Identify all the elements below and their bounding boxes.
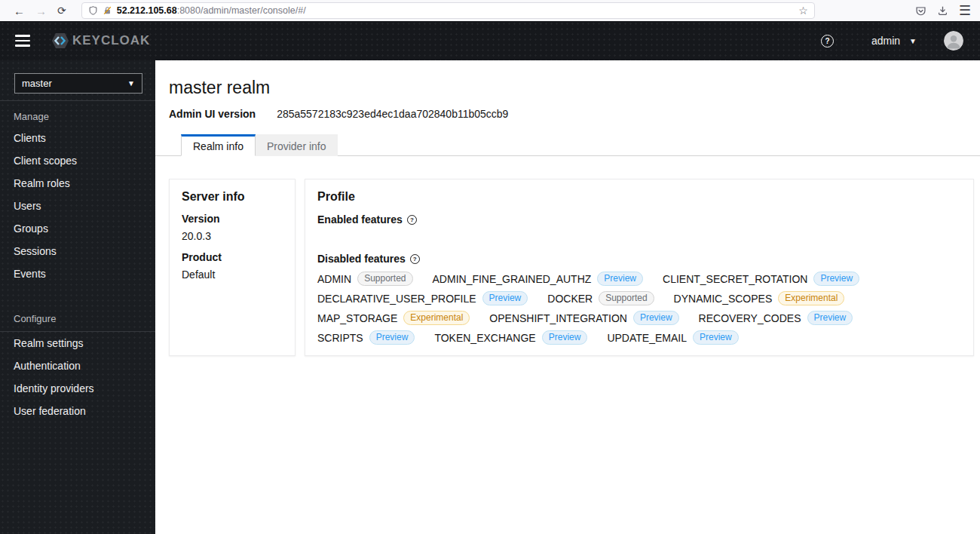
- server-info-fields: Version20.0.3ProductDefault: [182, 213, 283, 281]
- page-title: master realm: [169, 78, 980, 98]
- chevron-down-icon: ▼: [909, 37, 917, 45]
- sidebar-item-events[interactable]: Events: [0, 262, 155, 285]
- feature-name: MAP_STORAGE: [317, 312, 397, 324]
- sidebar-nav: ManageClientsClient scopesRealm rolesUse…: [0, 101, 155, 422]
- avatar[interactable]: [944, 31, 963, 51]
- feature-badge-preview: Preview: [542, 330, 588, 345]
- feature-name: DECLARATIVE_USER_PROFILE: [317, 293, 476, 305]
- profile-card: Profile Enabled features ? Disabled feat…: [305, 179, 974, 356]
- browser-toolbar: ← → ⟳ 52.212.105.68:8080/admin/master/co…: [0, 0, 980, 21]
- profile-title: Profile: [317, 190, 961, 204]
- feature-badge-preview: Preview: [693, 330, 739, 345]
- feature-token-exchange: TOKEN_EXCHANGEPreview: [434, 330, 587, 345]
- help-question-icon[interactable]: ?: [410, 254, 420, 264]
- server-info-card: Server info Version20.0.3ProductDefault: [169, 179, 296, 356]
- disabled-features-list: ADMINSupportedADMIN_FINE_GRAINED_AUTHZPr…: [317, 272, 961, 345]
- field-value-version: 20.0.3: [182, 230, 283, 242]
- sidebar-item-groups[interactable]: Groups: [0, 217, 155, 240]
- disabled-features-header: Disabled features ?: [317, 253, 961, 265]
- sidebar-item-sessions[interactable]: Sessions: [0, 240, 155, 262]
- admin-ui-version-value: 285a5572183c923ed4ec1daa702840b11b05ccb9: [277, 108, 508, 120]
- tabs: Realm infoProvider info: [155, 134, 980, 156]
- field-value-product: Default: [182, 269, 283, 281]
- downloads-icon[interactable]: [937, 5, 948, 17]
- feature-name: RECOVERY_CODES: [699, 312, 801, 324]
- feature-declarative-user-profile: DECLARATIVE_USER_PROFILEPreview: [317, 291, 528, 305]
- feature-admin-fine-grained-authz: ADMIN_FINE_GRAINED_AUTHZPreview: [433, 272, 644, 286]
- chevron-down-icon: ▼: [127, 79, 135, 87]
- browser-back-icon[interactable]: ←: [14, 5, 25, 17]
- sidebar-item-authentication[interactable]: Authentication: [0, 354, 155, 377]
- nav-group-title-configure: Configure: [0, 303, 155, 329]
- disabled-features-label: Disabled features: [317, 253, 406, 265]
- sidebar-item-users[interactable]: Users: [0, 195, 155, 217]
- field-label-version: Version: [182, 213, 283, 225]
- feature-scripts: SCRIPTSPreview: [317, 330, 415, 345]
- feature-map-storage: MAP_STORAGEExperimental: [317, 311, 470, 325]
- help-question-icon[interactable]: ?: [407, 215, 417, 225]
- nav-group-title-manage: Manage: [0, 101, 155, 127]
- field-label-product: Product: [182, 251, 283, 263]
- feature-badge-preview: Preview: [633, 311, 679, 325]
- feature-badge-preview: Preview: [482, 291, 528, 305]
- sidebar-item-client-scopes[interactable]: Client scopes: [0, 149, 155, 172]
- feature-badge-preview: Preview: [807, 311, 853, 325]
- feature-docker: DOCKERSupported: [547, 291, 654, 305]
- browser-reload-icon[interactable]: ⟳: [57, 5, 66, 17]
- browser-url-bar[interactable]: 52.212.105.68:8080/admin/master/console/…: [81, 2, 815, 19]
- url-text[interactable]: 52.212.105.68:8080/admin/master/console/…: [117, 5, 794, 16]
- feature-badge-supported: Supported: [357, 272, 412, 286]
- feature-name: UPDATE_EMAIL: [607, 332, 687, 344]
- browser-forward-icon[interactable]: →: [35, 5, 47, 17]
- realm-selector-value: master: [22, 78, 52, 89]
- user-menu[interactable]: admin ▼: [871, 35, 917, 47]
- sidebar-item-clients[interactable]: Clients: [0, 127, 155, 149]
- browser-menu-icon[interactable]: ☰: [959, 4, 971, 17]
- pocket-icon[interactable]: [915, 5, 926, 17]
- feature-badge-supported: Supported: [599, 291, 654, 305]
- main-content: master realm Admin UI version 285a557218…: [155, 60, 980, 534]
- sidebar-item-user-federation[interactable]: User federation: [0, 400, 155, 422]
- feature-name: DOCKER: [547, 293, 593, 305]
- feature-name: ADMIN: [317, 273, 351, 285]
- sidebar-item-realm-roles[interactable]: Realm roles: [0, 172, 155, 195]
- feature-openshift-integration: OPENSHIFT_INTEGRATIONPreview: [489, 311, 678, 325]
- feature-admin: ADMINSupported: [317, 272, 413, 286]
- insecure-lock-icon[interactable]: [103, 5, 112, 16]
- keycloak-logo-icon: [51, 32, 69, 50]
- nav-group-manage: ManageClientsClient scopesRealm rolesUse…: [0, 101, 155, 285]
- keycloak-logo[interactable]: KEYCLOAK: [51, 32, 150, 50]
- masthead: KEYCLOAK ? admin ▼: [0, 21, 980, 60]
- username-label: admin: [871, 35, 900, 47]
- realm-selector[interactable]: master ▼: [14, 73, 142, 94]
- bookmark-star-icon[interactable]: ☆: [798, 5, 808, 17]
- feature-update-email: UPDATE_EMAILPreview: [607, 330, 738, 345]
- tracking-shield-icon[interactable]: [88, 5, 98, 16]
- admin-ui-version: Admin UI version 285a5572183c923ed4ec1da…: [169, 108, 980, 120]
- feature-name: CLIENT_SECRET_ROTATION: [663, 273, 807, 285]
- feature-name: OPENSHIFT_INTEGRATION: [489, 312, 627, 324]
- admin-ui-version-label: Admin UI version: [169, 108, 256, 120]
- feature-badge-experimental: Experimental: [778, 291, 844, 305]
- feature-name: SCRIPTS: [317, 332, 363, 344]
- nav-toggle-icon[interactable]: [15, 35, 30, 47]
- feature-badge-preview: Preview: [369, 330, 415, 345]
- tab-realm-info[interactable]: Realm info: [181, 134, 256, 156]
- sidebar: master ▼ ManageClientsClient scopesRealm…: [0, 60, 155, 534]
- help-icon[interactable]: ?: [821, 35, 834, 48]
- tab-provider-info[interactable]: Provider info: [256, 134, 338, 156]
- brand-text: KEYCLOAK: [72, 33, 150, 48]
- feature-badge-experimental: Experimental: [403, 311, 470, 325]
- nav-group-configure: ConfigureRealm settingsAuthenticationIde…: [0, 303, 155, 422]
- feature-name: DYNAMIC_SCOPES: [674, 293, 773, 305]
- sidebar-item-realm-settings[interactable]: Realm settings: [0, 332, 155, 354]
- server-info-title: Server info: [182, 190, 283, 204]
- enabled-features-label: Enabled features: [317, 213, 403, 226]
- enabled-features-header: Enabled features ?: [317, 213, 961, 226]
- feature-badge-preview: Preview: [813, 272, 859, 286]
- feature-badge-preview: Preview: [597, 272, 643, 286]
- feature-name: TOKEN_EXCHANGE: [434, 332, 535, 344]
- feature-client-secret-rotation: CLIENT_SECRET_ROTATIONPreview: [663, 272, 859, 286]
- feature-recovery-codes: RECOVERY_CODESPreview: [699, 311, 853, 325]
- sidebar-item-identity-providers[interactable]: Identity providers: [0, 377, 155, 400]
